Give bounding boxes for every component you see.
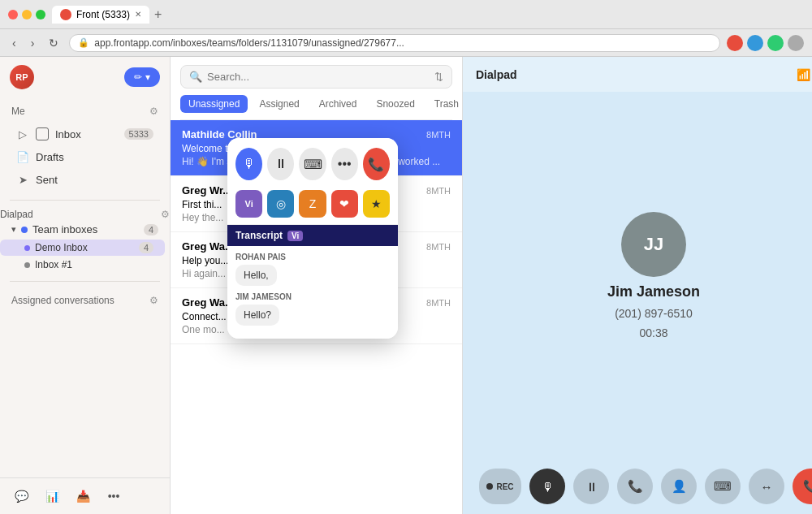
demo-inbox-dot (24, 245, 30, 251)
team-inboxes-label: Team inboxes (32, 223, 139, 235)
inbox1-label: Inbox #1 (35, 259, 158, 270)
compose-icon: ✏ (134, 71, 142, 83)
call-more-button[interactable]: ••• (331, 148, 358, 180)
compose-dropdown-icon: ▾ (145, 71, 150, 83)
blue-app-icon[interactable]: ◎ (267, 190, 294, 218)
extension-icon-4[interactable] (788, 35, 804, 51)
team-inboxes-expand-icon: ▾ (11, 224, 16, 235)
extension-icon-3[interactable] (767, 35, 784, 51)
add-person-button[interactable]: 👤 (661, 469, 697, 504)
maximize-window-button[interactable] (36, 10, 45, 19)
message-time-1: 8MTH (426, 130, 451, 140)
dialpad-section-label: Dialpad ⚙ ▾ Team inboxes 4 Demo Inbox 4 … (0, 205, 170, 276)
zendesk-app-icon[interactable]: Z (299, 190, 326, 218)
app: RP ✏ ▾ Me ⚙ ▷ Inbox 5333 📄 Drafts (0, 57, 812, 514)
signal-strength-icon: 📶 (797, 68, 810, 81)
speaker1-label: ROHAN PAIS (235, 253, 390, 261)
sidebar: RP ✏ ▾ Me ⚙ ▷ Inbox 5333 📄 Drafts (0, 57, 171, 514)
tab-archived[interactable]: Archived (311, 95, 365, 113)
message-time-3: 8MTH (426, 242, 451, 252)
tab-trash[interactable]: Trash (426, 95, 467, 113)
tab-close-button[interactable]: ✕ (135, 10, 141, 19)
mute-button[interactable]: 🎙 (529, 469, 565, 504)
forward-button[interactable]: › (27, 35, 39, 51)
url-text: app.frontapp.com/inboxes/teams/folders/1… (94, 37, 404, 49)
back-button[interactable]: ‹ (8, 35, 20, 51)
search-bar[interactable]: 🔍 ⇅ (180, 65, 452, 89)
inbox-envelope-icon (36, 127, 49, 140)
sidebar-divider-2 (10, 281, 160, 282)
tab-title: Front (5333) (76, 9, 130, 20)
call-hangup-button[interactable]: 📞 (363, 148, 390, 180)
hold-button[interactable]: ⏸ (573, 469, 609, 504)
vi-app-icon[interactable]: Vi (235, 190, 262, 218)
sidebar-item-sent[interactable]: ➤ Sent (5, 169, 165, 191)
call-duration: 00:38 (639, 326, 667, 339)
tab-unassigned[interactable]: Unassigned (180, 95, 248, 113)
message-sender-4: Greg Wa... (182, 296, 234, 309)
tab-bar: Front (5333) ✕ + (52, 6, 804, 24)
call-pause-button[interactable]: ⏸ (267, 148, 294, 180)
assigned-settings-icon[interactable]: ⚙ (149, 295, 158, 306)
message-sender-3: Greg Wa... (182, 240, 234, 253)
red-app-icon[interactable]: ❤ (331, 190, 358, 218)
sidebar-bottom: 💬 📊 📥 ••• (0, 477, 170, 514)
speaker2-message: Hello? (235, 305, 279, 326)
merge-button[interactable]: ↔ (749, 469, 784, 504)
team-circle-icon (21, 227, 28, 233)
compose-button[interactable]: ✏ ▾ (124, 67, 160, 87)
dialpad-settings-icon[interactable]: ⚙ (161, 209, 170, 220)
nav-icons (727, 35, 804, 51)
end-call-button[interactable]: 📞 (793, 469, 812, 504)
app-icons-row: Vi ◎ Z ❤ ★ (227, 187, 398, 225)
demo-inbox-label: Demo Inbox (35, 242, 134, 253)
sidebar-divider-1 (10, 200, 160, 201)
stats-icon[interactable]: 📊 (41, 485, 63, 508)
more-icon[interactable]: ••• (102, 485, 125, 508)
tab-assigned[interactable]: Assigned (251, 95, 307, 113)
avatar-initials: RP (15, 72, 28, 82)
team-inboxes-item[interactable]: ▾ Team inboxes 4 (0, 220, 170, 239)
inbox1-item[interactable]: Inbox #1 (0, 257, 170, 273)
drafts-icon: 📄 (16, 151, 29, 163)
archive-icon[interactable]: 📥 (71, 485, 94, 508)
sidebar-item-inbox[interactable]: ▷ Inbox 5333 (5, 123, 165, 145)
yellow-app-icon[interactable]: ★ (363, 190, 390, 218)
caller-phone: (201) 897-6510 (615, 307, 693, 320)
dialpad-header: Dialpad 📶 ⋮ (463, 57, 812, 92)
message-time-4: 8MTH (426, 298, 451, 308)
call-keypad-button[interactable]: ⌨ (299, 148, 326, 180)
demo-inbox-count: 4 (139, 242, 153, 253)
call-mic-button[interactable]: 🎙 (235, 148, 262, 180)
sent-label: Sent (36, 174, 153, 186)
browser-tab[interactable]: Front (5333) ✕ (52, 6, 149, 24)
extension-icon-1[interactable] (727, 35, 743, 51)
extension-icon-2[interactable] (747, 35, 763, 51)
caller-initials: JJ (644, 234, 663, 255)
inbox-count: 5333 (124, 128, 153, 140)
minimize-window-button[interactable] (22, 10, 32, 19)
reload-button[interactable]: ↻ (45, 35, 63, 51)
transfer-button[interactable]: 📞 (617, 469, 653, 504)
filter-icon[interactable]: ⇅ (434, 71, 443, 83)
transcript-body: ROHAN PAIS Hello, JIM JAMESON Hello? (227, 246, 398, 339)
demo-inbox-item[interactable]: Demo Inbox 4 (0, 240, 165, 256)
close-window-button[interactable] (8, 10, 18, 19)
speaker1-message: Hello, (235, 265, 277, 286)
new-tab-button[interactable]: + (154, 7, 162, 22)
me-settings-icon[interactable]: ⚙ (149, 106, 158, 117)
url-bar[interactable]: 🔒 app.frontapp.com/inboxes/teams/folders… (69, 34, 720, 52)
tab-snoozed[interactable]: Snoozed (368, 95, 422, 113)
avatar[interactable]: RP (10, 65, 34, 89)
dialpad-sidebar-label: Dialpad ⚙ (0, 209, 170, 220)
chat-icon[interactable]: 💬 (10, 485, 32, 508)
sent-icon: ➤ (16, 174, 29, 186)
message-list-header: 🔍 ⇅ Unassigned Assigned Archived Snoozed… (171, 57, 462, 120)
window-controls (8, 10, 45, 19)
keypad-button[interactable]: ⌨ (705, 469, 741, 504)
caller-name: Jim Jameson (607, 283, 700, 300)
search-input[interactable] (207, 71, 430, 83)
rec-button[interactable]: REC (479, 469, 521, 504)
sidebar-item-drafts[interactable]: 📄 Drafts (5, 146, 165, 168)
tab-favicon (60, 9, 71, 20)
